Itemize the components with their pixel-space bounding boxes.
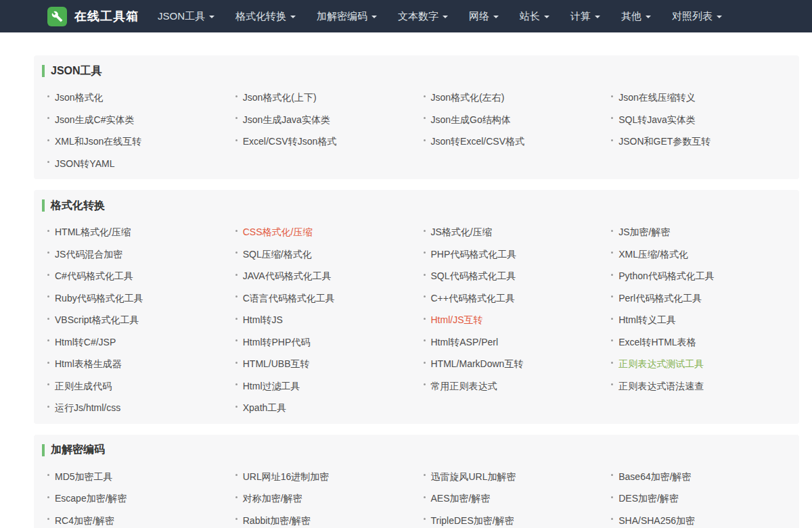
brand[interactable]: 在线工具箱 [47, 7, 139, 26]
tool-link[interactable]: 正则表达式测试工具 [618, 358, 704, 370]
list-item: HTML/MarkDown互转 [417, 354, 605, 376]
nav-item-JSON工具[interactable]: JSON工具 [158, 10, 215, 23]
list-item: SQL代码格式化工具 [417, 266, 605, 288]
tool-sections: JSON工具Json格式化Json格式化(上下)Json格式化(左右)Json在… [34, 55, 799, 528]
tool-link[interactable]: Json在线压缩转义 [618, 92, 696, 104]
tool-link[interactable]: TripleDES加密/解密 [431, 515, 514, 527]
tool-link[interactable]: JSON和GET参数互转 [618, 136, 710, 148]
tool-link[interactable]: Xpath工具 [243, 402, 287, 414]
tool-link[interactable]: CSS格式化/压缩 [243, 226, 313, 239]
tool-link[interactable]: XML和Json在线互转 [55, 136, 141, 148]
tool-link[interactable]: Html转义工具 [618, 314, 676, 327]
list-item: SQL压缩/格式化 [229, 244, 417, 266]
list-item: Html转ASP/Perl [417, 332, 605, 354]
bullet-dot-icon [235, 339, 238, 341]
nav-menu: JSON工具格式化转换加解密编码文本数字网络站长计算其他对照列表 [158, 10, 722, 23]
tool-link[interactable]: DES加密/解密 [618, 493, 679, 505]
tool-link[interactable]: 运行Js/html/css [55, 402, 120, 414]
list-item: Html转PHP代码 [229, 332, 417, 354]
nav-item-格式化转换[interactable]: 格式化转换 [235, 10, 296, 23]
bullet-dot-icon [424, 339, 426, 341]
tool-link[interactable]: HTML/MarkDown互转 [431, 358, 524, 370]
bullet-dot-icon [235, 117, 238, 119]
bullet-dot-icon [611, 117, 613, 119]
bullet-dot-icon [611, 295, 613, 297]
tool-link[interactable]: Escape加密/解密 [55, 493, 127, 505]
tool-link[interactable]: Ruby代码格式化工具 [55, 293, 143, 305]
tool-link[interactable]: 迅雷旋风URL加解密 [431, 471, 516, 483]
tool-link[interactable]: SQL转Java实体类 [618, 114, 696, 126]
tool-link[interactable]: VBScript格式化工具 [55, 314, 139, 327]
tool-link[interactable]: Excel转HTML表格 [618, 337, 696, 349]
nav-item-对照列表[interactable]: 对照列表 [672, 10, 722, 23]
nav-item-站长[interactable]: 站长 [520, 10, 549, 23]
tool-link[interactable]: C#代码格式化工具 [55, 270, 133, 283]
chevron-down-icon [493, 16, 499, 18]
tool-link[interactable]: Base64加密/解密 [618, 471, 691, 483]
nav-item-计算[interactable]: 计算 [570, 10, 600, 23]
tool-link[interactable]: JS加密/解密 [618, 226, 670, 239]
nav-item-网络[interactable]: 网络 [469, 10, 499, 23]
tool-link[interactable]: Html转ASP/Perl [431, 337, 499, 349]
tool-link[interactable]: SQL压缩/格式化 [243, 249, 312, 261]
tool-link[interactable]: C语言代码格式化工具 [243, 293, 335, 305]
list-item: HTML格式化/压缩 [41, 222, 229, 244]
tool-link[interactable]: URL网址16进制加密 [243, 471, 330, 483]
tool-link[interactable]: Html转JS [243, 314, 283, 327]
tool-link[interactable]: Json转Excel/CSV格式 [431, 136, 524, 148]
chevron-down-icon [717, 16, 722, 18]
bullet-dot-icon [424, 318, 426, 320]
tool-link[interactable]: XML压缩/格式化 [618, 249, 688, 261]
tool-link[interactable]: Json生成Java实体类 [243, 114, 330, 126]
tool-link[interactable]: Html过滤工具 [243, 381, 300, 393]
tool-link[interactable]: 正则生成代码 [55, 381, 112, 393]
tool-link[interactable]: SQL代码格式化工具 [431, 270, 516, 283]
bullet-dot-icon [235, 406, 238, 408]
tool-link[interactable]: Json格式化(上下) [243, 92, 317, 104]
tool-link[interactable]: Rabbit加密/解密 [243, 515, 311, 527]
tool-link[interactable]: RC4加密/解密 [55, 515, 114, 527]
bullet-dot-icon [611, 496, 613, 498]
bullet-dot-icon [424, 117, 426, 119]
bullet-dot-icon [611, 230, 613, 232]
bullet-dot-icon [424, 139, 426, 141]
tool-link[interactable]: 常用正则表达式 [431, 381, 497, 393]
tool-link[interactable]: Html转PHP代码 [243, 337, 311, 349]
tool-link[interactable]: Perl代码格式化工具 [618, 293, 702, 305]
list-item: Html转JS [229, 310, 417, 332]
tool-link[interactable]: 正则表达式语法速查 [618, 381, 704, 393]
bullet-dot-icon [235, 95, 238, 97]
tool-link[interactable]: MD5加密工具 [55, 471, 113, 483]
tool-link[interactable]: HTML/UBB互转 [243, 358, 310, 370]
tool-link[interactable]: Html表格生成器 [55, 358, 122, 370]
nav-item-其他[interactable]: 其他 [621, 10, 651, 23]
list-item: Html表格生成器 [41, 354, 229, 376]
tool-link[interactable]: HTML格式化/压缩 [55, 226, 131, 239]
tool-link[interactable]: 对称加密/解密 [243, 493, 302, 505]
tool-link[interactable]: Json生成C#实体类 [55, 114, 134, 126]
list-item: JS加密/解密 [604, 222, 792, 244]
tool-link[interactable]: AES加密/解密 [431, 493, 491, 505]
list-item: JSON和GET参数互转 [604, 131, 792, 153]
nav-item-加解密编码[interactable]: 加解密编码 [317, 10, 377, 23]
section-title: JSON工具 [51, 64, 102, 78]
tool-link[interactable]: Excel/CSV转Json格式 [243, 136, 336, 148]
nav-item-label: 计算 [570, 10, 591, 23]
tool-link[interactable]: Python代码格式化工具 [618, 270, 715, 283]
tool-link[interactable]: JAVA代码格式化工具 [243, 270, 332, 283]
tool-link[interactable]: Html转C#/JSP [55, 337, 116, 349]
tool-link[interactable]: Json格式化 [55, 92, 104, 104]
tool-link[interactable]: Json格式化(左右) [431, 92, 505, 104]
tool-link[interactable]: PHP代码格式化工具 [431, 249, 517, 261]
list-item: 正则生成代码 [41, 376, 229, 398]
nav-item-文本数字[interactable]: 文本数字 [398, 10, 448, 23]
tool-link[interactable]: C++代码格式化工具 [431, 293, 515, 305]
tool-link[interactable]: JS格式化/压缩 [431, 226, 492, 239]
list-item: JS格式化/压缩 [417, 222, 605, 244]
tool-link[interactable]: Html/JS互转 [431, 314, 483, 327]
tool-link[interactable]: SHA/SHA256加密 [618, 515, 695, 527]
tool-link[interactable]: Json生成Go结构体 [431, 114, 511, 126]
bullet-dot-icon [611, 339, 613, 341]
tool-link[interactable]: JSON转YAML [55, 158, 114, 170]
tool-link[interactable]: JS代码混合加密 [55, 249, 122, 261]
